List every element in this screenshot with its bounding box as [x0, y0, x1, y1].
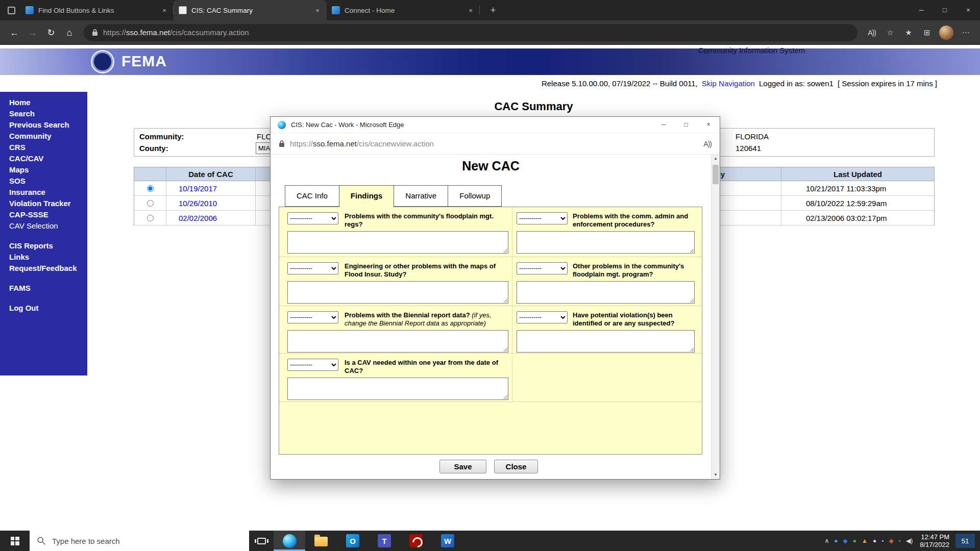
- cac-date-link[interactable]: 10/19/2017: [179, 184, 217, 193]
- cac-date-link[interactable]: 02/02/2006: [179, 214, 217, 222]
- sidebar-item-fams[interactable]: FAMS: [0, 283, 87, 294]
- browser-tab-cis-cac-summary[interactable]: CIS: CAC Summary×: [174, 0, 327, 20]
- sidebar-item-sos[interactable]: SOS: [0, 176, 87, 187]
- sidebar-item-insurance[interactable]: Insurance: [0, 187, 87, 198]
- popup-tab-cac-info[interactable]: CAC Info: [285, 185, 339, 207]
- close-popup-button[interactable]: Close: [494, 460, 538, 473]
- close-button[interactable]: ×: [957, 0, 980, 20]
- finding-question-label: Is a CAV needed within one year from the…: [345, 359, 513, 374]
- taskbar-clock[interactable]: 12:47 PM 8/17/2022: [920, 533, 949, 548]
- popup-minimize-button[interactable]: ─: [652, 117, 675, 133]
- finding-textarea[interactable]: [287, 281, 508, 304]
- tab-close-icon[interactable]: ×: [160, 7, 168, 14]
- finding-dropdown[interactable]: -----------: [287, 359, 338, 371]
- tab-close-icon[interactable]: ×: [313, 7, 322, 14]
- community-label: Community:: [139, 132, 184, 141]
- browser-window-icon[interactable]: [8, 7, 15, 14]
- popup-tab-findings[interactable]: Findings: [339, 185, 395, 207]
- volume-icon[interactable]: ◀): [906, 531, 913, 551]
- outlook-taskbar-button[interactable]: O: [337, 531, 369, 551]
- sidebar-item-community[interactable]: Community: [0, 131, 87, 142]
- sidebar-item-maps[interactable]: Maps: [0, 164, 87, 176]
- hidden-icons-chevron[interactable]: ∧: [824, 531, 829, 551]
- sidebar-item-search[interactable]: Search: [0, 108, 87, 119]
- notification-badge[interactable]: 51: [955, 534, 975, 548]
- cac-row-radio[interactable]: [147, 185, 154, 192]
- finding-textarea[interactable]: [287, 231, 508, 254]
- collections-button[interactable]: ⊞: [918, 23, 936, 42]
- back-button[interactable]: ←: [5, 23, 23, 42]
- taskbar-search-input[interactable]: Type here to search: [30, 531, 249, 551]
- popup-close-button[interactable]: ×: [697, 117, 720, 133]
- add-favorite-button[interactable]: ☆: [881, 23, 899, 42]
- sidebar-item-cis-reports[interactable]: CIS Reports: [0, 240, 87, 252]
- popup-title-bar[interactable]: CIS: New Cac - Work - Microsoft Edge ─ □…: [271, 117, 720, 133]
- file-explorer-taskbar-button[interactable]: [305, 531, 337, 551]
- tray-icon-3[interactable]: ●: [853, 531, 856, 551]
- finding-textarea[interactable]: [287, 378, 508, 400]
- task-view-button[interactable]: [249, 531, 274, 551]
- settings-menu-button[interactable]: ⋯: [957, 23, 975, 42]
- skip-navigation-link[interactable]: Skip Navigation: [702, 79, 755, 88]
- sidebar-item-violation-tracker[interactable]: Violation Tracker: [0, 198, 87, 209]
- maximize-button[interactable]: □: [933, 0, 957, 20]
- save-button[interactable]: Save: [439, 460, 486, 473]
- findings-cell-right-3: -----------Have potential violation(s) b…: [512, 306, 702, 354]
- minimize-button[interactable]: ─: [910, 0, 933, 20]
- address-bar[interactable]: https://sso.fema.net/cis/cacsummary.acti…: [84, 24, 857, 41]
- home-button[interactable]: ⌂: [60, 23, 79, 42]
- finding-dropdown[interactable]: -----------: [287, 212, 338, 224]
- scroll-down-icon[interactable]: ▼: [712, 471, 720, 479]
- sidebar-item-cac-cav[interactable]: CAC/CAV: [0, 153, 87, 164]
- tray-icon-5[interactable]: ●: [873, 531, 876, 551]
- acrobat-taskbar-button[interactable]: [400, 531, 432, 551]
- finding-textarea[interactable]: [517, 330, 695, 353]
- refresh-button[interactable]: ↻: [42, 23, 60, 42]
- cac-date-link[interactable]: 10/26/2010: [179, 199, 217, 208]
- sidebar-item-cap-ssse[interactable]: CAP-SSSE: [0, 209, 87, 220]
- sidebar-item-previous-search[interactable]: Previous Search: [0, 119, 87, 131]
- tray-icon-2[interactable]: ◆: [843, 531, 848, 551]
- finding-textarea[interactable]: [517, 281, 695, 304]
- edge-taskbar-button[interactable]: [274, 531, 305, 551]
- sidebar-item-request-feedback[interactable]: Request/Feedback: [0, 263, 87, 274]
- read-aloud-icon[interactable]: A)): [703, 140, 712, 148]
- word-taskbar-button[interactable]: W: [432, 531, 463, 551]
- scrollbar-thumb[interactable]: [713, 165, 719, 184]
- sidebar-item-home[interactable]: Home: [0, 97, 87, 108]
- scroll-up-icon[interactable]: ▲: [712, 155, 720, 163]
- finding-dropdown[interactable]: -----------: [517, 311, 568, 323]
- browser-tab-connect-home[interactable]: Connect - Home×: [327, 0, 480, 20]
- finding-dropdown[interactable]: -----------: [517, 212, 568, 224]
- new-tab-button[interactable]: +: [486, 4, 500, 16]
- cac-row-radio[interactable]: [147, 215, 154, 221]
- browser-tab-find-old-buttons-links[interactable]: Find Old Buttons & Links×: [20, 0, 174, 20]
- tray-icon-1[interactable]: ●: [834, 531, 838, 551]
- popup-address-bar[interactable]: https://sso.fema.net/cis/cacnewview.acti…: [271, 133, 720, 155]
- forward-button[interactable]: →: [23, 23, 42, 42]
- sidebar-item-links[interactable]: Links: [0, 252, 87, 263]
- favorites-button[interactable]: ★: [899, 23, 918, 42]
- tab-close-icon[interactable]: ×: [467, 7, 475, 14]
- start-button[interactable]: [0, 531, 30, 551]
- finding-dropdown[interactable]: -----------: [517, 262, 568, 274]
- finding-dropdown[interactable]: -----------: [287, 311, 338, 323]
- sidebar-item-log-out[interactable]: Log Out: [0, 303, 87, 314]
- finding-textarea[interactable]: [517, 231, 695, 254]
- cac-row-radio[interactable]: [147, 200, 154, 207]
- profile-avatar[interactable]: [939, 26, 953, 40]
- read-aloud-button[interactable]: A)): [863, 23, 881, 42]
- finding-dropdown[interactable]: -----------: [287, 262, 338, 274]
- teams-taskbar-button[interactable]: T: [369, 531, 400, 551]
- tray-icon-4[interactable]: ▲: [862, 531, 868, 551]
- popup-scrollbar[interactable]: ▲ ▼: [711, 155, 720, 479]
- tray-icon-8[interactable]: ▫: [899, 531, 901, 551]
- popup-maximize-button[interactable]: □: [675, 117, 697, 133]
- tray-icon-6[interactable]: ▪: [881, 531, 884, 551]
- sidebar-item-crs[interactable]: CRS: [0, 142, 87, 153]
- sidebar-item-cav-selection[interactable]: CAV Selection: [0, 220, 87, 232]
- popup-tab-narrative[interactable]: Narrative: [394, 185, 448, 207]
- finding-textarea[interactable]: [287, 330, 508, 353]
- popup-tab-followup[interactable]: Followup: [448, 185, 502, 207]
- tray-icon-7[interactable]: ◆: [889, 531, 893, 551]
